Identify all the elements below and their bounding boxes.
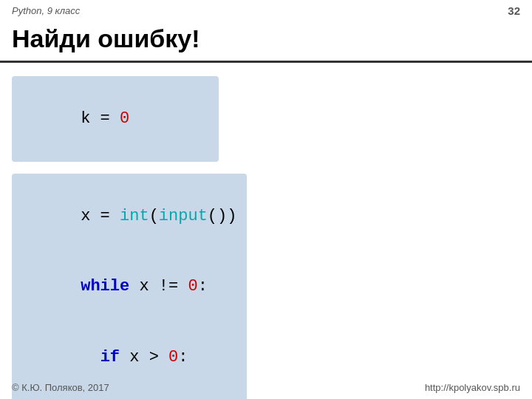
footer: © К.Ю. Поляков, 2017 http://kpolyakov.sp…	[0, 376, 532, 399]
code-block-main: x = int(input()) while x != 0: if x > 0:…	[12, 174, 247, 399]
code-line-k: k = 0	[22, 83, 208, 154]
page-title: Найди ошибку!	[12, 24, 200, 52]
header-subtitle: Python, 9 класс	[12, 5, 80, 16]
title-section: Найди ошибку!	[0, 20, 532, 63]
code-line-1: x = int(input())	[22, 181, 236, 252]
header-page: 32	[508, 4, 520, 17]
code-line-2: while x != 0:	[22, 251, 236, 322]
footer-right: http://kpolyakov.spb.ru	[425, 382, 520, 393]
code-block-top: k = 0	[12, 76, 219, 162]
code-area: k = 0 x = int(input()) while x != 0: if …	[0, 76, 532, 399]
header: Python, 9 класс 32	[0, 0, 532, 20]
footer-left: © К.Ю. Поляков, 2017	[12, 382, 109, 393]
